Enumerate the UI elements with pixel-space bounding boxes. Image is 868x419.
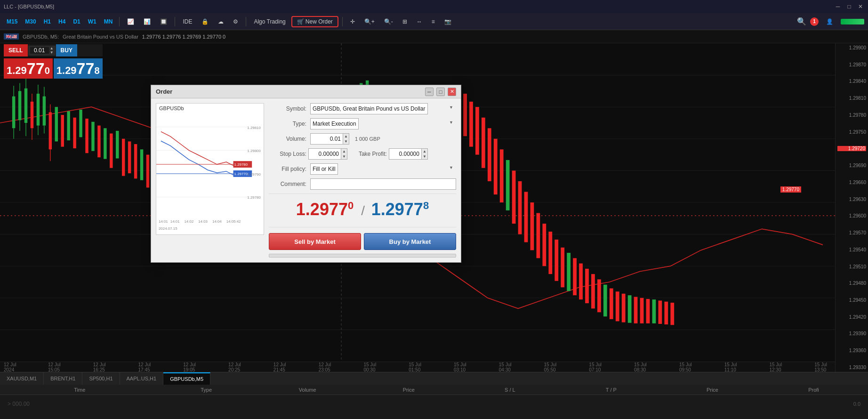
time-label: 15 Jul 12:30 bbox=[769, 362, 786, 372]
svg-rect-21 bbox=[32, 128, 32, 140]
svg-rect-42 bbox=[122, 139, 125, 176]
search-icon[interactable]: 🔍 bbox=[797, 17, 806, 26]
tp-spin-arrows: ▲ ▼ bbox=[422, 148, 428, 160]
tab-aapl-h1[interactable]: AAPL.US,H1 bbox=[120, 372, 164, 385]
tab-xauusd-m1[interactable]: XAUUSD,M1 bbox=[0, 372, 44, 385]
time-label: 12 Jul 19:05 bbox=[183, 362, 200, 372]
tab-brent-h1[interactable]: BRENT,H1 bbox=[44, 372, 82, 385]
stop-loss-input[interactable] bbox=[308, 148, 341, 160]
volume-decrease[interactable]: ▼ bbox=[343, 139, 349, 144]
buy-by-market-button[interactable]: Buy by Market bbox=[364, 233, 456, 250]
svg-rect-24 bbox=[38, 126, 38, 135]
timeframe-h4[interactable]: H4 bbox=[56, 17, 68, 26]
svg-text:14:01: 14:01 bbox=[159, 219, 168, 224]
separator-2 bbox=[175, 17, 175, 26]
sell-by-market-button[interactable]: Sell by Market bbox=[269, 233, 361, 250]
dialog-minimize-button[interactable]: ─ bbox=[425, 88, 434, 96]
zoom-out-btn[interactable]: 🔍- bbox=[380, 17, 397, 26]
ide-btn[interactable]: IDE bbox=[179, 17, 196, 26]
bottom-tabs: XAUUSD,M1 BRENT,H1 SP500,H1 AAPL.US,H1 G… bbox=[0, 372, 868, 419]
sl-tp-row: Stop Loss: ▲ ▼ Take Profit: ▲ ▼ bbox=[269, 148, 456, 160]
svg-rect-102 bbox=[597, 279, 601, 312]
notification-badge[interactable]: 1 bbox=[810, 17, 819, 26]
svg-text:1.29800: 1.29800 bbox=[247, 149, 261, 153]
cloud-btn[interactable]: ☁ bbox=[214, 17, 227, 26]
time-label: 12 Jul 15:05 bbox=[48, 362, 65, 372]
price-level: 1.29420 bbox=[837, 314, 866, 320]
svg-rect-22 bbox=[37, 94, 40, 126]
toolbar: M15 M30 H1 H4 D1 W1 MN 📈 📊 🔲 IDE 🔒 ☁ ⚙ A… bbox=[0, 13, 868, 30]
screenshot-btn[interactable]: 📷 bbox=[441, 17, 455, 26]
svg-rect-111 bbox=[652, 299, 656, 323]
ask-price-sup: 8 bbox=[94, 65, 99, 76]
profile-btn[interactable]: 👤 bbox=[822, 17, 837, 26]
crosshair-btn[interactable]: ✛ bbox=[346, 17, 359, 26]
settings-btn[interactable]: ⚙ bbox=[229, 17, 242, 26]
symbol-select-wrapper: GBPUSDb, Great Britain Pound vs US Dolla… bbox=[310, 103, 456, 114]
time-label: 12 Jul 16:25 bbox=[93, 362, 110, 372]
buy-button[interactable]: BUY bbox=[56, 44, 77, 56]
maximize-button[interactable]: □ bbox=[845, 3, 853, 10]
svg-rect-43 bbox=[128, 141, 131, 173]
chart-type-btn[interactable]: 📈 bbox=[123, 17, 138, 26]
svg-rect-38 bbox=[97, 126, 100, 158]
new-order-btn[interactable]: 🛒 New Order bbox=[291, 16, 338, 27]
volume-input[interactable] bbox=[310, 133, 343, 145]
lot-size-input[interactable] bbox=[30, 47, 49, 54]
timeframe-m15[interactable]: M15 bbox=[4, 17, 20, 26]
svg-rect-17 bbox=[25, 78, 26, 89]
close-button[interactable]: ✕ bbox=[857, 3, 864, 10]
symbol-select[interactable]: GBPUSDb, Great Britain Pound vs US Dolla… bbox=[310, 103, 428, 114]
minimize-button[interactable]: ─ bbox=[834, 3, 842, 10]
tp-increase[interactable]: ▲ bbox=[422, 149, 427, 154]
sl-decrease[interactable]: ▼ bbox=[341, 154, 347, 159]
fill-policy-select[interactable]: Fill or Kill bbox=[310, 163, 338, 175]
tab-sp500-h1[interactable]: SP500,H1 bbox=[82, 372, 120, 385]
tab-bar: XAUUSD,M1 BRENT,H1 SP500,H1 AAPL.US,H1 G… bbox=[0, 372, 868, 385]
algo-trading-btn[interactable]: Algo Trading bbox=[250, 17, 289, 26]
svg-rect-86 bbox=[500, 149, 504, 202]
svg-rect-14 bbox=[19, 83, 20, 93]
time-label: 15 Jul 01:50 bbox=[409, 362, 426, 372]
timeframe-d1[interactable]: D1 bbox=[70, 17, 83, 26]
sell-button[interactable]: SELL bbox=[4, 44, 28, 56]
volume-increase[interactable]: ▲ bbox=[343, 134, 349, 139]
take-profit-input[interactable] bbox=[389, 148, 422, 160]
svg-rect-96 bbox=[561, 248, 564, 288]
timeframe-h1[interactable]: H1 bbox=[41, 17, 54, 26]
auto-scroll-btn[interactable]: ↔ bbox=[413, 17, 426, 26]
zoom-in-btn[interactable]: 🔍+ bbox=[361, 17, 378, 26]
col-profit: Profi bbox=[763, 387, 864, 393]
svg-rect-37 bbox=[91, 122, 94, 151]
sl-increase[interactable]: ▲ bbox=[341, 149, 347, 154]
type-select[interactable]: Market Execution bbox=[310, 118, 359, 129]
grid-btn[interactable]: ⊞ bbox=[399, 17, 411, 26]
tp-decrease[interactable]: ▼ bbox=[422, 154, 427, 159]
svg-rect-114 bbox=[670, 303, 674, 325]
price-level: 1.29390 bbox=[837, 331, 866, 336]
svg-rect-32 bbox=[61, 115, 64, 147]
lock-btn[interactable]: 🔒 bbox=[198, 17, 212, 26]
dialog-close-button[interactable]: ✕ bbox=[448, 88, 456, 96]
ask-price-big: 77 bbox=[77, 59, 95, 78]
objects-btn[interactable]: 🔲 bbox=[156, 17, 171, 26]
lot-decrease[interactable]: ▼ bbox=[50, 51, 54, 55]
time-scale: 12 Jul 2024 12 Jul 15:05 12 Jul 16:25 12… bbox=[0, 362, 835, 372]
chart-prices: 1.29776 1.29776 1.29769 1.29770 0 bbox=[142, 34, 225, 40]
price-level: 1.29540 bbox=[837, 247, 866, 252]
volume-label: Volume: bbox=[269, 136, 306, 142]
depth-btn[interactable]: ≡ bbox=[428, 17, 439, 26]
price-level: 1.29870 bbox=[837, 62, 866, 67]
svg-rect-29 bbox=[50, 105, 50, 114]
comment-input[interactable] bbox=[310, 178, 456, 190]
timeframe-mn[interactable]: MN bbox=[101, 17, 116, 26]
dialog-maximize-button[interactable]: □ bbox=[436, 88, 445, 96]
current-price-label: 1.29770 bbox=[780, 186, 801, 193]
indicators-btn[interactable]: 📊 bbox=[140, 17, 154, 26]
price-level: 1.29510 bbox=[837, 264, 866, 269]
lot-increase[interactable]: ▲ bbox=[50, 47, 54, 50]
timeframe-w1[interactable]: W1 bbox=[85, 17, 99, 26]
window-title: LLC - [GBPUSDb,M5] bbox=[4, 4, 54, 9]
timeframe-m30[interactable]: M30 bbox=[22, 17, 39, 26]
tab-gbpusdb-m5[interactable]: GBPUSDb,M5 bbox=[163, 372, 210, 385]
